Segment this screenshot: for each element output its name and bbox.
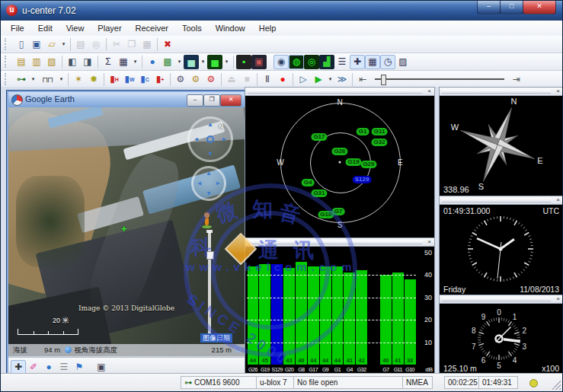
- zoom-in-icon[interactable]: [206, 230, 213, 233]
- menu-help[interactable]: Help: [252, 22, 283, 34]
- fast-forward-icon[interactable]: ≫: [334, 72, 350, 87]
- compass-panel-header[interactable]: ×: [440, 88, 562, 96]
- look-right-arrow-icon[interactable]: ▲: [221, 136, 227, 142]
- open-file-icon[interactable]: ▱: [44, 37, 59, 52]
- close-file-icon[interactable]: ✖: [160, 37, 175, 52]
- step-icon[interactable]: ▷: [296, 72, 311, 87]
- print-preview-icon[interactable]: ◎: [88, 37, 104, 52]
- ge-close-button[interactable]: ✕: [220, 94, 242, 107]
- sky-view-icon[interactable]: ◍: [289, 55, 304, 69]
- map-view-icon[interactable]: ▩: [160, 55, 175, 69]
- close-panel-icon[interactable]: ×: [425, 88, 433, 94]
- warmstart-icon[interactable]: ▮W: [122, 72, 137, 87]
- map-view-caret[interactable]: ▾: [175, 55, 184, 69]
- play-speed-caret[interactable]: ▾: [326, 72, 334, 87]
- receiver-connect-icon[interactable]: ⊶: [14, 72, 29, 87]
- record-icon[interactable]: ●: [275, 72, 290, 87]
- stop-icon[interactable]: ■: [239, 72, 254, 87]
- table-view-icon[interactable]: ▦: [116, 55, 131, 69]
- menu-file[interactable]: File: [4, 22, 31, 34]
- menu-receiver[interactable]: Receiver: [129, 22, 175, 34]
- look-up-arrow-icon[interactable]: ▲: [207, 122, 213, 128]
- placemark-tool-icon[interactable]: ⚑: [72, 360, 87, 374]
- eject-icon[interactable]: ⏏: [224, 72, 239, 87]
- histogram-view-icon[interactable]: ▅: [207, 55, 222, 69]
- table-view-caret[interactable]: ▾: [131, 55, 139, 69]
- close-panel-icon[interactable]: ×: [425, 238, 433, 245]
- pan-left-arrow-icon[interactable]: ▲: [197, 180, 203, 186]
- resize-grip[interactable]: [552, 381, 561, 390]
- dbx-file-icon[interactable]: ▤: [14, 55, 29, 69]
- baudrate-caret[interactable]: ▾: [57, 72, 66, 87]
- move-joystick[interactable]: ▲ ▲ ▲ ▲: [191, 166, 226, 201]
- hotstart-icon[interactable]: ▮H: [107, 72, 122, 87]
- clock-view-icon[interactable]: ◷: [380, 55, 395, 69]
- maximize-button[interactable]: □: [500, 1, 523, 14]
- pegman-icon[interactable]: [202, 212, 213, 229]
- skip-start-icon[interactable]: ⇤: [355, 72, 370, 87]
- statistic-view-icon[interactable]: Σ: [101, 55, 116, 69]
- camera-view-icon[interactable]: ◉: [274, 55, 289, 69]
- look-eye-icon[interactable]: [206, 135, 214, 143]
- close-button[interactable]: ✕: [523, 1, 556, 14]
- satellite-map-view[interactable]: ▲ ▲ ▲ ▲ N ▲ ▲ ▲ ▲: [8, 107, 245, 356]
- pan-right-arrow-icon[interactable]: ▲: [215, 180, 221, 186]
- save-file-icon[interactable]: ▣: [29, 37, 44, 52]
- receiver-port-caret[interactable]: ▾: [29, 72, 37, 87]
- pan-down-arrow-icon[interactable]: ▲: [206, 190, 212, 196]
- look-joystick[interactable]: ▲ ▲ ▲ ▲ N: [187, 116, 233, 162]
- pause-icon[interactable]: Ⅱ: [260, 72, 275, 87]
- play-icon[interactable]: ▶: [311, 72, 326, 87]
- toolbar-grip[interactable]: [5, 56, 10, 68]
- play-position-slider[interactable]: [375, 74, 504, 84]
- baudrate-icon[interactable]: ⊓⊓: [37, 72, 57, 87]
- save-image-icon[interactable]: ▣: [94, 360, 109, 374]
- close-panel-icon[interactable]: ×: [554, 88, 562, 94]
- coldstart-icon[interactable]: ▮C: [137, 72, 152, 87]
- toolbar-grip[interactable]: [5, 73, 10, 85]
- toolbar-grip[interactable]: [5, 38, 10, 50]
- google-earth-icon[interactable]: ●: [145, 55, 160, 69]
- sky-panel-header[interactable]: ×: [245, 88, 434, 96]
- split-horizontal-icon[interactable]: ◧: [65, 55, 80, 69]
- packet-console-icon[interactable]: ▪: [236, 55, 251, 69]
- print-icon[interactable]: ▤: [73, 37, 88, 52]
- zoom-track[interactable]: [208, 231, 211, 336]
- reset-icon[interactable]: ▮+: [152, 72, 168, 87]
- menu-player[interactable]: Player: [91, 22, 128, 34]
- measure-tool-icon[interactable]: ✐: [26, 360, 41, 374]
- debug-messages-icon[interactable]: ✹: [86, 72, 101, 87]
- zoom-slider[interactable]: [206, 231, 213, 336]
- earth-tool-icon[interactable]: ●: [41, 360, 56, 374]
- paste-icon[interactable]: ▦: [139, 37, 155, 52]
- zoom-handle[interactable]: [206, 251, 214, 260]
- clock-panel-header[interactable]: ×: [440, 196, 562, 205]
- folder-gear-icon[interactable]: ⚙: [188, 72, 203, 87]
- minimize-button[interactable]: ‒: [477, 1, 501, 14]
- com-port-field[interactable]: ⊶COM16 9600: [181, 376, 259, 389]
- open-file-caret[interactable]: ▾: [59, 37, 68, 52]
- action-gear-icon[interactable]: ⚙: [173, 72, 188, 87]
- pan-tool-icon[interactable]: ✚: [11, 360, 26, 374]
- look-down-arrow-icon[interactable]: ▲: [207, 151, 213, 157]
- compass-view-icon[interactable]: ✚: [350, 55, 365, 69]
- log-file-icon[interactable]: ▧: [44, 55, 59, 69]
- binary-console-icon[interactable]: ▣: [251, 55, 267, 69]
- look-left-arrow-icon[interactable]: ▲: [194, 136, 200, 142]
- copy-icon[interactable]: ❐: [124, 37, 139, 52]
- alert-gear-icon[interactable]: ⚙: [203, 72, 219, 87]
- chart-view-caret[interactable]: ▾: [199, 55, 207, 69]
- ge-minimize-button[interactable]: ‒: [187, 94, 203, 107]
- cut-icon[interactable]: ✂: [109, 37, 124, 52]
- close-panel-icon[interactable]: ×: [554, 295, 562, 302]
- data-table-icon[interactable]: ☰: [334, 55, 350, 69]
- autobaud-icon[interactable]: ✶: [71, 72, 86, 87]
- world-position-icon[interactable]: ▦: [365, 55, 380, 69]
- menu-edit[interactable]: Edit: [31, 22, 59, 34]
- docking-windows-icon[interactable]: ▨: [395, 55, 411, 69]
- menu-view[interactable]: View: [59, 22, 91, 34]
- close-panel-icon[interactable]: ×: [554, 196, 562, 203]
- histogram-view-caret[interactable]: ▾: [222, 55, 231, 69]
- menu-tools[interactable]: Tools: [175, 22, 209, 34]
- new-file-icon[interactable]: ▯: [14, 37, 29, 52]
